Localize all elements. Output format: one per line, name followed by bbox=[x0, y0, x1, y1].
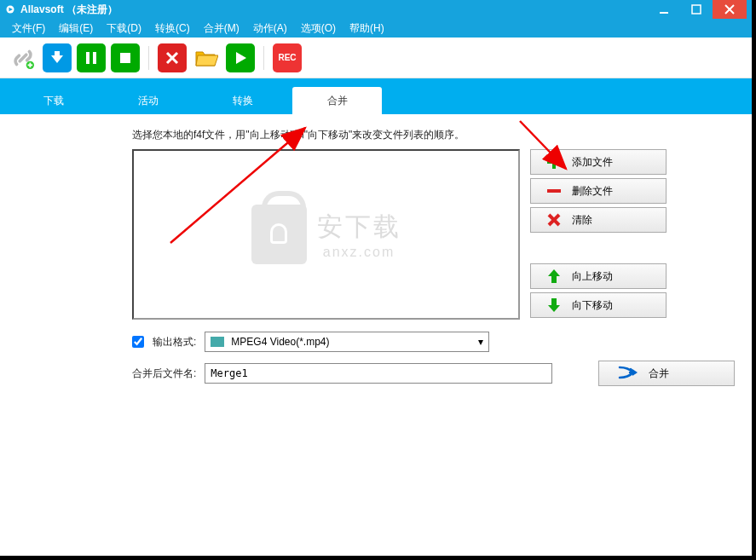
move-up-button[interactable]: 向上移动 bbox=[530, 263, 667, 289]
svg-rect-10 bbox=[86, 52, 89, 64]
delete-button[interactable] bbox=[158, 43, 187, 72]
svg-marker-21 bbox=[548, 269, 560, 283]
instruction-text: 选择您本地的f4f文件，用"向上移动"和"向下移动"来改变文件列表的顺序。 bbox=[132, 128, 735, 142]
svg-marker-22 bbox=[548, 298, 560, 312]
tab-activity[interactable]: 活动 bbox=[103, 87, 193, 114]
chevron-down-icon: ▾ bbox=[478, 336, 483, 348]
delete-file-label: 删除文件 bbox=[572, 184, 613, 199]
menu-download[interactable]: 下载(D) bbox=[100, 21, 148, 36]
title-bar: Allavsoft （未注册） bbox=[0, 0, 752, 19]
output-format-dropdown[interactable]: MPEG4 Video(*.mp4) ▾ bbox=[205, 332, 489, 352]
clear-button[interactable]: 清除 bbox=[530, 207, 667, 233]
merge-arrow-icon bbox=[618, 366, 638, 382]
arrow-down-icon bbox=[546, 297, 562, 313]
stop-button[interactable] bbox=[111, 43, 140, 72]
menu-action[interactable]: 动作(A) bbox=[246, 21, 294, 36]
paste-url-button[interactable] bbox=[9, 43, 38, 72]
watermark: 安下载 anxz.com bbox=[251, 205, 401, 264]
tab-bar: 下载 活动 转换 合并 bbox=[0, 78, 752, 114]
svg-rect-3 bbox=[692, 5, 701, 14]
toolbar-separator bbox=[263, 46, 264, 70]
minus-icon bbox=[546, 183, 562, 199]
move-down-label: 向下移动 bbox=[572, 298, 613, 313]
pause-button[interactable] bbox=[77, 43, 106, 72]
delete-file-button[interactable]: 删除文件 bbox=[530, 178, 667, 204]
menu-edit[interactable]: 编辑(E) bbox=[52, 21, 100, 36]
merged-name-input[interactable] bbox=[205, 363, 552, 384]
x-icon bbox=[546, 212, 562, 228]
menu-options[interactable]: 选项(O) bbox=[294, 21, 343, 36]
minimize-button[interactable] bbox=[648, 0, 680, 19]
svg-marker-9 bbox=[51, 51, 63, 63]
tab-convert[interactable]: 转换 bbox=[198, 87, 287, 114]
menu-bar: 文件(F) 编辑(E) 下载(D) 转换(C) 合并(M) 动作(A) 选项(O… bbox=[0, 19, 752, 38]
watermark-url: anxz.com bbox=[317, 245, 401, 260]
arrow-up-icon bbox=[546, 268, 562, 284]
merge-button[interactable]: 合并 bbox=[598, 361, 735, 386]
watermark-text: 安下载 bbox=[317, 210, 401, 245]
move-up-label: 向上移动 bbox=[572, 269, 613, 284]
format-icon bbox=[211, 337, 224, 347]
output-format-value: MPEG4 Video(*.mp4) bbox=[231, 336, 329, 348]
tab-merge[interactable]: 合并 bbox=[292, 87, 382, 114]
content-area: 选择您本地的f4f文件，用"向上移动"和"向下移动"来改变文件列表的顺序。 安下… bbox=[0, 114, 752, 556]
output-format-label: 输出格式: bbox=[153, 335, 196, 349]
toolbar: REC bbox=[0, 38, 752, 78]
svg-rect-12 bbox=[120, 53, 130, 63]
menu-convert[interactable]: 转换(C) bbox=[148, 21, 197, 36]
move-down-button[interactable]: 向下移动 bbox=[530, 292, 667, 318]
watermark-bag-icon bbox=[251, 205, 307, 264]
toolbar-separator bbox=[148, 46, 149, 70]
svg-marker-23 bbox=[632, 369, 638, 376]
window-title: Allavsoft （未注册） bbox=[20, 3, 118, 17]
app-icon bbox=[5, 4, 15, 14]
menu-help[interactable]: 帮助(H) bbox=[343, 21, 391, 36]
maximize-button[interactable] bbox=[680, 0, 713, 19]
clear-label: 清除 bbox=[572, 213, 592, 228]
add-file-label: 添加文件 bbox=[572, 155, 613, 170]
svg-rect-11 bbox=[93, 52, 96, 64]
add-file-button[interactable]: 添加文件 bbox=[530, 149, 667, 175]
menu-file[interactable]: 文件(F) bbox=[5, 21, 52, 36]
menu-merge[interactable]: 合并(M) bbox=[197, 21, 246, 36]
tab-download[interactable]: 下载 bbox=[9, 87, 98, 114]
play-button[interactable] bbox=[226, 43, 255, 72]
open-folder-button[interactable] bbox=[192, 43, 221, 72]
record-button[interactable]: REC bbox=[273, 43, 302, 72]
merged-name-label: 合并后文件名: bbox=[132, 367, 196, 381]
plus-icon bbox=[546, 154, 562, 170]
merge-button-label: 合并 bbox=[649, 367, 669, 381]
download-button[interactable] bbox=[43, 43, 72, 72]
close-button[interactable] bbox=[713, 0, 747, 19]
output-format-checkbox[interactable] bbox=[132, 336, 144, 348]
file-list[interactable]: 安下载 anxz.com bbox=[132, 149, 520, 320]
svg-marker-15 bbox=[236, 52, 246, 64]
